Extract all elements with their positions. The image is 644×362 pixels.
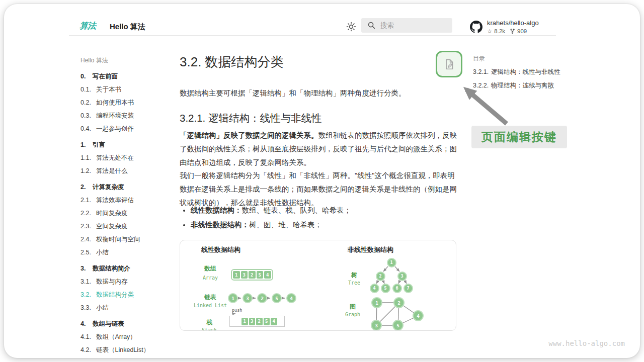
search-box[interactable] xyxy=(361,18,452,33)
sidebar-item-2-5[interactable]: 2.5.小结 xyxy=(80,248,174,257)
site-title[interactable]: Hello 算法 xyxy=(110,22,145,32)
edit-document-icon xyxy=(443,58,456,71)
data-structures-figure: 线性数据结构 非线性数据结构 数组 Array 1 3 2 5 4 链表 Lin… xyxy=(180,240,456,331)
search-icon xyxy=(368,22,375,29)
graph-node: 4 xyxy=(413,310,424,321)
sidebar-item-2-3[interactable]: 2.3.空间复杂度 xyxy=(80,222,174,231)
structure-list: 线性数据结构：数组、链表、栈、队列、哈希表； 非线性数据结构：树、图、堆、哈希表… xyxy=(180,205,457,234)
list-node: 3 xyxy=(243,293,253,303)
tree-node: 5 xyxy=(381,284,390,293)
list-label-en: Linked List xyxy=(194,303,227,308)
sidebar-item-1-1[interactable]: 1.1.算法无处不在 xyxy=(80,154,174,162)
tree-node: 1 xyxy=(387,258,396,267)
stack-push-label: push xyxy=(232,308,242,313)
graph-node: 3 xyxy=(371,320,382,331)
list-item-nonlinear: 非线性数据结构：树、图、堆、哈希表； xyxy=(191,219,457,230)
github-icon xyxy=(470,21,482,33)
figure-nonlinear-title: 非线性数据结构 xyxy=(348,245,393,254)
list-node: 4 xyxy=(286,293,296,303)
toc-item-1[interactable]: 3.2.1.逻辑结构：线性与非线性 xyxy=(473,68,560,76)
repo-name: krahets/hello-algo xyxy=(487,19,539,27)
list-label-zh: 链表 xyxy=(204,293,216,302)
site-watermark: www.hello-algo.com xyxy=(542,339,625,347)
sidebar-item-0-2[interactable]: 0.2.如何使用本书 xyxy=(80,99,174,107)
stack-label-en: Stack xyxy=(202,327,217,331)
site-logo[interactable]: 算法 xyxy=(79,20,96,32)
figure-linear-title: 线性数据结构 xyxy=(201,245,240,254)
tree-label-en: Tree xyxy=(348,280,360,286)
sidebar-item-4-2[interactable]: 4.2.链表（LinkedList） xyxy=(80,346,174,354)
tree-node: 2 xyxy=(376,272,385,281)
github-repo-link[interactable]: krahets/hello-algo ☆ 8.2k 909 xyxy=(470,19,539,35)
tree-node: 7 xyxy=(404,284,413,293)
paragraph-logical-structure: 「逻辑结构」反映了数据之间的逻辑关系。数组和链表的数据按照顺序依次排列，反映了数… xyxy=(180,129,457,169)
sidebar-item-1[interactable]: 1.引言 xyxy=(80,141,174,149)
sidebar-item-2[interactable]: 2.计算复杂度 xyxy=(80,183,174,192)
header-divider xyxy=(69,35,556,36)
sun-icon xyxy=(346,22,356,32)
star-icon: ☆ xyxy=(487,28,492,35)
toc-title: 目录 xyxy=(473,54,560,63)
sidebar-item-2-2[interactable]: 2.2.时间复杂度 xyxy=(80,209,174,218)
annotation-label: 页面编辑按键 xyxy=(471,126,567,148)
list-item-linear: 线性数据结构：数组、链表、栈、队列、哈希表； xyxy=(191,205,457,216)
section-heading: 3.2.1. 逻辑结构：线性与非线性 xyxy=(180,111,322,125)
paragraph-linear-nonlinear: 我们一般将逻辑结构分为「线性」和「非线性」两种。"线性"这个概念很直观，即表明数… xyxy=(180,169,457,210)
sidebar-item-0-1[interactable]: 0.1.关于本书 xyxy=(80,85,174,94)
sidebar-item-0-3[interactable]: 0.3.编程环境安装 xyxy=(80,112,174,120)
app-window: 算法 Hello 算法 krahets/hello-algo ☆ xyxy=(4,4,640,358)
search-input[interactable] xyxy=(380,22,446,29)
stack-diagram: 1 3 2 5 4 xyxy=(229,316,285,327)
sidebar-item-2-1[interactable]: 2.1.算法效率评估 xyxy=(80,196,174,205)
graph-node: 2 xyxy=(393,297,405,308)
sidebar-item-0-4[interactable]: 0.4.一起参与创作 xyxy=(80,125,174,133)
list-node: 2 xyxy=(257,293,267,303)
tree-node: 6 xyxy=(392,284,402,293)
page-edit-button[interactable] xyxy=(436,51,462,77)
fork-count: 909 xyxy=(517,28,527,34)
repo-stats: ☆ 8.2k 909 xyxy=(487,28,539,35)
stack-label-zh: 栈 xyxy=(206,318,212,327)
sidebar-item-2-4[interactable]: 2.4.权衡时间与空间 xyxy=(80,235,174,244)
array-diagram: 1 3 2 5 4 xyxy=(231,269,273,281)
tree-node: 4 xyxy=(370,284,379,293)
tree-label-zh: 树 xyxy=(351,271,357,280)
sidebar-item-0[interactable]: 0.写在前面 xyxy=(80,72,174,81)
sidebar-item-3-3[interactable]: 3.3.小结 xyxy=(80,304,174,312)
array-label-en: Array xyxy=(203,275,218,281)
graph-node: 1 xyxy=(371,297,382,308)
fork-icon xyxy=(510,28,515,34)
sidebar-nav: Hello 算法 0.写在前面 0.1.关于本书 0.2.如何使用本书 0.3.… xyxy=(80,56,174,358)
sidebar-section-label: Hello 算法 xyxy=(80,56,174,65)
sidebar-item-3[interactable]: 3.数据结构简介 xyxy=(80,264,174,273)
sidebar-item-4[interactable]: 4.数组与链表 xyxy=(80,320,174,328)
tree-node: 3 xyxy=(397,272,407,281)
list-node: 1 xyxy=(228,293,238,303)
sidebar-item-3-2-active[interactable]: 3.2.数据结构分类 xyxy=(80,291,174,299)
sidebar-item-4-1[interactable]: 4.1.数组（Array） xyxy=(80,333,174,341)
page-title: 3.2. 数据结构分类 xyxy=(180,53,284,71)
intro-paragraph: 数据结构主要可根据「逻辑结构」和「物理结构」两种角度进行分类。 xyxy=(180,86,457,100)
toc-nav: 目录 3.2.1.逻辑结构：线性与非线性 3.2.2.物理结构：连续与离散 xyxy=(473,54,560,90)
graph-label-zh: 图 xyxy=(350,303,356,311)
array-label-zh: 数组 xyxy=(204,264,216,273)
toc-item-2[interactable]: 3.2.2.物理结构：连续与离散 xyxy=(473,81,560,90)
list-node: 5 xyxy=(272,293,282,303)
sidebar-item-1-2[interactable]: 1.2.算法是什么 xyxy=(80,167,174,175)
graph-label-en: Graph xyxy=(345,312,360,317)
graph-node: 5 xyxy=(392,320,404,331)
sidebar-item-3-1[interactable]: 3.1.数据与内存 xyxy=(80,278,174,286)
star-count: 8.2k xyxy=(494,28,505,34)
theme-toggle-button[interactable] xyxy=(346,22,356,32)
